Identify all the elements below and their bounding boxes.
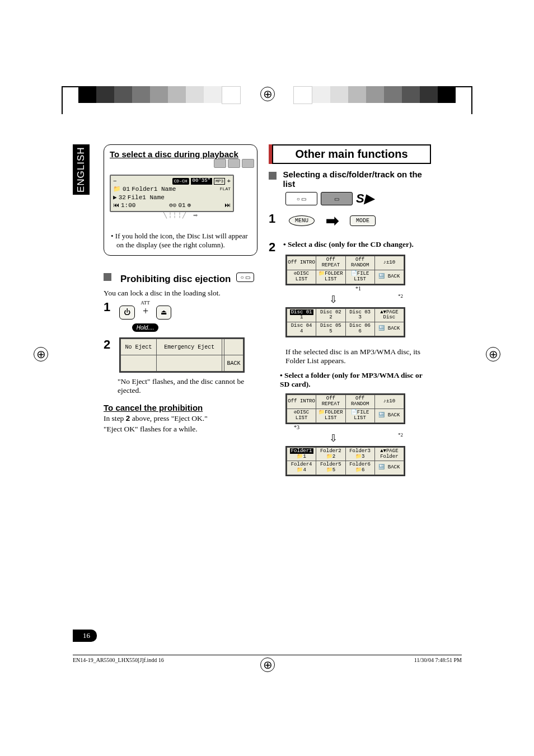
eject-button-icon: ⏏ [156, 306, 171, 320]
touch-gesture-illustration: ╲ ╎ ╎ ╎ ╱ ➡ [110, 212, 251, 232]
att-label: ATT [119, 300, 171, 306]
registration-mark-icon [34, 347, 48, 361]
registration-mark-icon [486, 347, 500, 361]
eject-menu-grid: No EjectEmergency Eject BACK [119, 337, 245, 373]
footer-filename: EN14-19_AR5500_LHX550[J]f.indd 16 [73, 657, 164, 663]
mp3-folder-note: If the selected disc is an MP3/WMA disc,… [285, 348, 431, 365]
disc-list-grid: Disc 011 Disc 022 Disc 033 ▲▼PAGE Disc D… [285, 307, 405, 338]
source-indicator-icon: ○ ▭ [285, 192, 317, 205]
select-disc-heading: To select a disc during playback [110, 149, 251, 159]
no-eject-flash-text: "No Eject" flashes, and the disc cannot … [118, 377, 257, 395]
lcd-decorative-icons [214, 159, 254, 168]
sd-card-icon: S▶ [356, 191, 374, 206]
lock-disc-text: You can lock a disc in the loading slot. [104, 289, 257, 298]
bullet-square-icon [269, 172, 277, 180]
eject-ok-flash-text: "Eject OK" flashes for a while. [104, 425, 257, 434]
footnote-1: *1 [285, 285, 431, 292]
color-bar-right [293, 86, 456, 103]
bullet-square-icon [104, 273, 111, 281]
disc-slot-icon: ▭ [321, 192, 353, 205]
footer-timestamp: 11/30/04 7:48:51 PM [414, 657, 462, 663]
arrow-right-icon: ➡ [326, 212, 339, 230]
lcd-display: −CD-CH00'35"MP3+ 📁01Folder1 NameFLAT ▶32… [110, 175, 234, 212]
footnote-3: *3 [294, 424, 431, 430]
power-button-icon: ⏻ [119, 306, 135, 320]
source-indicator-icon: ○ ▭ [236, 273, 254, 282]
step-1-label: 1 [269, 212, 280, 226]
language-tab: ENGLISH [73, 144, 90, 195]
print-footer: EN14-19_AR5500_LHX550[J]f.indd 16 11/30/… [73, 655, 462, 663]
hold-icon-note: • If you hold the icon, the Disc List wi… [110, 232, 251, 250]
mode-menu-grid-2: Off INTROOff REPEATOff RANDOM♪±10 ⊘DISC … [285, 393, 405, 424]
mode-button: MODE [350, 215, 376, 226]
select-disc-box: To select a disc during playback −CD-CH0… [104, 144, 257, 256]
cancel-prohibition-heading: To cancel the prohibition [104, 403, 257, 412]
menu-button: MENU [289, 215, 315, 226]
cancel-step-text: In step 2 above, press "Eject OK." [104, 414, 257, 423]
registration-mark-icon [260, 87, 275, 101]
step-2-label: 2 [269, 240, 280, 255]
select-disc-instruction: • Select a disc (only for the CD changer… [283, 240, 414, 249]
mode-menu-grid: Off INTROOff REPEATOff RANDOM♪±10 ⊘DISC … [285, 255, 405, 285]
down-arrow-icon: ⇩ *2 [269, 432, 431, 444]
select-folder-instruction: • Select a folder (only for MP3/WMA disc… [280, 371, 431, 389]
color-bar-left [78, 86, 241, 103]
down-arrow-icon: ⇩ *2 [269, 293, 431, 306]
step-2-label: 2 [104, 337, 115, 352]
step-1-label: 1 [104, 300, 115, 314]
prohibit-heading: Prohibiting disc ejection [120, 274, 231, 285]
folder-list-grid: Folder1📁1 Folder2📁2 Folder3📁3 ▲▼PAGE Fol… [285, 446, 405, 477]
selecting-list-heading: Selecting a disc/folder/track on the lis… [283, 170, 432, 189]
hold-label: Hold.... [132, 323, 159, 332]
other-functions-title: Other main functions [272, 144, 431, 164]
page-number: 16 [73, 630, 97, 642]
plus-icon: + [143, 306, 148, 317]
